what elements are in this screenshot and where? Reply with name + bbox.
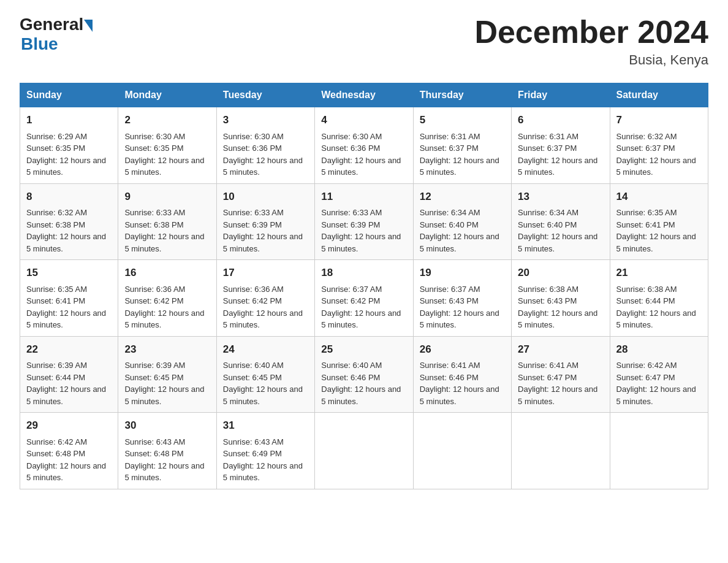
- day-number: 31: [223, 418, 308, 434]
- day-header-wednesday: Wednesday: [315, 83, 413, 107]
- day-number: 2: [124, 112, 210, 128]
- day-number: 20: [518, 265, 603, 281]
- day-info: Sunrise: 6:30 AMSunset: 6:36 PMDaylight:…: [321, 131, 406, 178]
- day-info: Sunrise: 6:33 AMSunset: 6:38 PMDaylight:…: [124, 207, 210, 255]
- calendar-cell: 31Sunrise: 6:43 AMSunset: 6:49 PMDayligh…: [216, 413, 314, 489]
- day-number: 23: [124, 342, 210, 358]
- day-number: 15: [26, 265, 112, 281]
- calendar-header-row: SundayMondayTuesdayWednesdayThursdayFrid…: [20, 83, 708, 107]
- day-info: Sunrise: 6:41 AMSunset: 6:46 PMDaylight:…: [420, 359, 505, 407]
- day-info: Sunrise: 6:34 AMSunset: 6:40 PMDaylight:…: [518, 207, 603, 255]
- day-info: Sunrise: 6:42 AMSunset: 6:48 PMDaylight:…: [26, 436, 112, 484]
- day-number: 26: [420, 342, 505, 358]
- calendar-cell: 11Sunrise: 6:33 AMSunset: 6:39 PMDayligh…: [315, 183, 413, 260]
- day-number: 29: [26, 418, 112, 434]
- day-number: 27: [518, 342, 603, 358]
- day-number: 11: [321, 189, 406, 205]
- day-number: 22: [26, 342, 112, 358]
- calendar-week-row: 22Sunrise: 6:39 AMSunset: 6:44 PMDayligh…: [20, 336, 708, 413]
- calendar-week-row: 8Sunrise: 6:32 AMSunset: 6:38 PMDaylight…: [20, 183, 708, 260]
- day-info: Sunrise: 6:35 AMSunset: 6:41 PMDaylight:…: [26, 283, 112, 331]
- calendar-cell: 1Sunrise: 6:29 AMSunset: 6:35 PMDaylight…: [20, 107, 118, 184]
- day-number: 25: [321, 342, 406, 358]
- day-number: 10: [223, 189, 308, 205]
- day-header-saturday: Saturday: [610, 83, 708, 107]
- day-info: Sunrise: 6:30 AMSunset: 6:36 PMDaylight:…: [223, 131, 308, 178]
- day-number: 24: [223, 342, 308, 358]
- calendar-cell: 20Sunrise: 6:38 AMSunset: 6:43 PMDayligh…: [512, 260, 610, 337]
- calendar-cell: 27Sunrise: 6:41 AMSunset: 6:47 PMDayligh…: [512, 336, 610, 413]
- day-info: Sunrise: 6:37 AMSunset: 6:42 PMDaylight:…: [321, 283, 406, 331]
- calendar-cell: 28Sunrise: 6:42 AMSunset: 6:47 PMDayligh…: [610, 336, 708, 413]
- day-number: 3: [223, 112, 308, 128]
- calendar-week-row: 15Sunrise: 6:35 AMSunset: 6:41 PMDayligh…: [20, 260, 708, 337]
- day-info: Sunrise: 6:40 AMSunset: 6:45 PMDaylight:…: [223, 359, 308, 407]
- calendar-cell: 19Sunrise: 6:37 AMSunset: 6:43 PMDayligh…: [413, 260, 511, 337]
- day-number: 13: [518, 189, 603, 205]
- day-info: Sunrise: 6:31 AMSunset: 6:37 PMDaylight:…: [420, 131, 505, 178]
- day-info: Sunrise: 6:34 AMSunset: 6:40 PMDaylight:…: [420, 207, 505, 255]
- day-number: 21: [616, 265, 702, 281]
- calendar-cell: [315, 413, 413, 489]
- calendar-cell: [512, 413, 610, 489]
- calendar-cell: 24Sunrise: 6:40 AMSunset: 6:45 PMDayligh…: [216, 336, 314, 413]
- day-info: Sunrise: 6:38 AMSunset: 6:44 PMDaylight:…: [616, 283, 702, 331]
- calendar-cell: 4Sunrise: 6:30 AMSunset: 6:36 PMDaylight…: [315, 107, 413, 184]
- calendar-cell: 9Sunrise: 6:33 AMSunset: 6:38 PMDaylight…: [118, 183, 216, 260]
- calendar-cell: 5Sunrise: 6:31 AMSunset: 6:37 PMDaylight…: [413, 107, 511, 184]
- logo: General Blue: [20, 15, 93, 54]
- day-info: Sunrise: 6:33 AMSunset: 6:39 PMDaylight:…: [321, 207, 406, 255]
- location-label: Busia, Kenya: [474, 52, 708, 68]
- calendar-week-row: 29Sunrise: 6:42 AMSunset: 6:48 PMDayligh…: [20, 413, 708, 489]
- calendar-week-row: 1Sunrise: 6:29 AMSunset: 6:35 PMDaylight…: [20, 107, 708, 184]
- calendar-cell: 15Sunrise: 6:35 AMSunset: 6:41 PMDayligh…: [20, 260, 118, 337]
- title-block: December 2024 Busia, Kenya: [474, 15, 708, 68]
- day-number: 19: [420, 265, 505, 281]
- calendar-cell: 22Sunrise: 6:39 AMSunset: 6:44 PMDayligh…: [20, 336, 118, 413]
- day-number: 9: [124, 189, 210, 205]
- calendar-cell: [413, 413, 511, 489]
- day-number: 30: [124, 418, 210, 434]
- calendar-cell: 13Sunrise: 6:34 AMSunset: 6:40 PMDayligh…: [512, 183, 610, 260]
- day-info: Sunrise: 6:30 AMSunset: 6:35 PMDaylight:…: [124, 131, 210, 178]
- day-number: 14: [616, 189, 702, 205]
- logo-blue-text: Blue: [21, 34, 58, 53]
- day-info: Sunrise: 6:39 AMSunset: 6:44 PMDaylight:…: [26, 359, 112, 407]
- day-info: Sunrise: 6:41 AMSunset: 6:47 PMDaylight:…: [518, 359, 603, 407]
- calendar-cell: 2Sunrise: 6:30 AMSunset: 6:35 PMDaylight…: [118, 107, 216, 184]
- day-info: Sunrise: 6:37 AMSunset: 6:43 PMDaylight:…: [420, 283, 505, 331]
- page-header: General Blue December 2024 Busia, Kenya: [20, 15, 708, 68]
- day-info: Sunrise: 6:33 AMSunset: 6:39 PMDaylight:…: [223, 207, 308, 255]
- day-header-tuesday: Tuesday: [216, 83, 314, 107]
- day-number: 4: [321, 112, 406, 128]
- day-number: 17: [223, 265, 308, 281]
- month-title: December 2024: [474, 15, 708, 50]
- calendar-cell: 14Sunrise: 6:35 AMSunset: 6:41 PMDayligh…: [610, 183, 708, 260]
- calendar-cell: 17Sunrise: 6:36 AMSunset: 6:42 PMDayligh…: [216, 260, 314, 337]
- calendar-cell: 8Sunrise: 6:32 AMSunset: 6:38 PMDaylight…: [20, 183, 118, 260]
- calendar-cell: 23Sunrise: 6:39 AMSunset: 6:45 PMDayligh…: [118, 336, 216, 413]
- calendar-cell: 26Sunrise: 6:41 AMSunset: 6:46 PMDayligh…: [413, 336, 511, 413]
- day-number: 16: [124, 265, 210, 281]
- calendar-cell: 7Sunrise: 6:32 AMSunset: 6:37 PMDaylight…: [610, 107, 708, 184]
- day-header-friday: Friday: [512, 83, 610, 107]
- calendar-cell: 6Sunrise: 6:31 AMSunset: 6:37 PMDaylight…: [512, 107, 610, 184]
- day-info: Sunrise: 6:35 AMSunset: 6:41 PMDaylight:…: [616, 207, 702, 255]
- calendar-cell: [610, 413, 708, 489]
- calendar-cell: 21Sunrise: 6:38 AMSunset: 6:44 PMDayligh…: [610, 260, 708, 337]
- calendar-cell: 10Sunrise: 6:33 AMSunset: 6:39 PMDayligh…: [216, 183, 314, 260]
- day-number: 5: [420, 112, 505, 128]
- day-info: Sunrise: 6:42 AMSunset: 6:47 PMDaylight:…: [616, 359, 702, 407]
- calendar-cell: 25Sunrise: 6:40 AMSunset: 6:46 PMDayligh…: [315, 336, 413, 413]
- day-number: 1: [26, 112, 112, 128]
- day-info: Sunrise: 6:39 AMSunset: 6:45 PMDaylight:…: [124, 359, 210, 407]
- calendar-cell: 30Sunrise: 6:43 AMSunset: 6:48 PMDayligh…: [118, 413, 216, 489]
- logo-triangle-icon: [84, 20, 93, 32]
- calendar-cell: 18Sunrise: 6:37 AMSunset: 6:42 PMDayligh…: [315, 260, 413, 337]
- calendar-cell: 12Sunrise: 6:34 AMSunset: 6:40 PMDayligh…: [413, 183, 511, 260]
- day-info: Sunrise: 6:38 AMSunset: 6:43 PMDaylight:…: [518, 283, 603, 331]
- day-info: Sunrise: 6:32 AMSunset: 6:37 PMDaylight:…: [616, 131, 702, 178]
- day-number: 8: [26, 189, 112, 205]
- day-number: 18: [321, 265, 406, 281]
- day-info: Sunrise: 6:31 AMSunset: 6:37 PMDaylight:…: [518, 131, 603, 178]
